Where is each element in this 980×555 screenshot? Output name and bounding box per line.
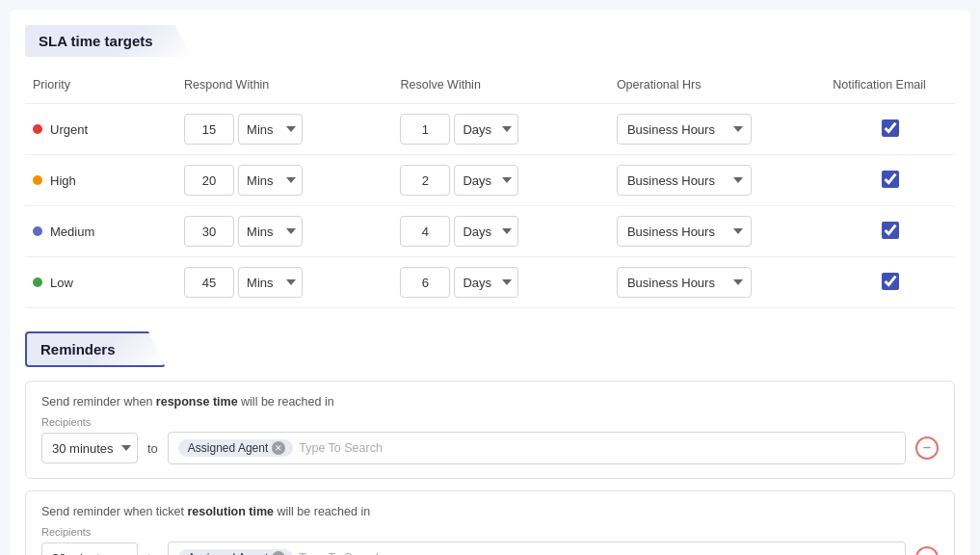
ops-select-high[interactable]: Business Hours Calendar Hours [617, 165, 752, 196]
resolve-value-low[interactable] [400, 267, 450, 298]
notif-cell-low [825, 257, 955, 308]
respond-unit-medium[interactable]: Mins Hours Days [238, 216, 303, 247]
notif-checkbox-high[interactable] [882, 171, 899, 188]
col-respond-header: Respond Within [176, 72, 392, 104]
recipients-label-resolution: Recipients [41, 526, 939, 538]
table-row-low: Low Mins Hours Days Days [25, 257, 955, 308]
respond-cell-urgent: Mins Hours Days [176, 104, 392, 155]
chip-label-response: Assigned Agent [188, 441, 268, 455]
respond-cell-medium: Mins Hours Days [176, 206, 392, 257]
priority-label-low: Low [50, 276, 73, 290]
to-label-response: to [147, 441, 158, 456]
notif-cell-medium [825, 206, 955, 257]
table-row-urgent: Urgent Mins Hours Days Days [25, 104, 955, 155]
priority-label-medium: Medium [50, 225, 94, 239]
respond-unit-urgent[interactable]: Mins Hours Days [238, 114, 303, 145]
recipients-label-response: Recipients [41, 416, 939, 428]
sla-table-body: Urgent Mins Hours Days Days [25, 104, 955, 308]
notif-checkbox-urgent[interactable] [882, 119, 899, 137]
sla-section-title: SLA time targets [25, 25, 192, 57]
respond-unit-low[interactable]: Mins Hours Days [238, 267, 303, 298]
sla-section-header: SLA time targets [25, 25, 955, 57]
resolve-cell-urgent: Days Hours Mins [392, 104, 608, 155]
col-resolve-header: Resolve Within [392, 72, 608, 104]
time-select-response[interactable]: 30 minutes 15 minutes 1 hour 2 hours [41, 433, 138, 463]
chip-close-response[interactable]: ✕ [272, 441, 285, 455]
respond-value-low[interactable] [184, 267, 234, 298]
priority-dot-low [33, 278, 42, 287]
resolve-value-urgent[interactable] [400, 114, 450, 145]
ops-select-urgent[interactable]: Business Hours Calendar Hours [617, 114, 752, 145]
resolve-cell-low: Days Hours Mins [392, 257, 608, 308]
resolve-unit-medium[interactable]: Days Hours Mins [454, 216, 518, 247]
notif-cell-urgent [825, 104, 955, 155]
reminder-card-resolution: Send reminder when ticket resolution tim… [25, 490, 955, 555]
ops-select-medium[interactable]: Business Hours Calendar Hours [617, 216, 752, 247]
table-row-high: High Mins Hours Days Days [25, 155, 955, 206]
resolve-unit-low[interactable]: Days Hours Mins [454, 267, 518, 298]
respond-value-medium[interactable] [184, 216, 234, 247]
respond-cell-high: Mins Hours Days [176, 155, 392, 206]
respond-value-high[interactable] [184, 165, 234, 196]
remove-reminder-response[interactable]: − [915, 436, 939, 460]
table-row-medium: Medium Mins Hours Days Days [25, 206, 955, 257]
priority-cell-high: High [25, 155, 176, 206]
resolve-cell-medium: Days Hours Mins [392, 206, 608, 257]
reminder-desc-resolution: Send reminder when ticket resolution tim… [41, 505, 939, 518]
ops-cell-medium: Business Hours Calendar Hours [609, 206, 825, 257]
ops-select-low[interactable]: Business Hours Calendar Hours [617, 267, 752, 298]
resolve-unit-high[interactable]: Days Hours Mins [454, 165, 518, 196]
reminders-container: Send reminder when response time will be… [25, 381, 955, 555]
remove-reminder-resolution[interactable]: − [915, 546, 939, 555]
table-header-row: Priority Respond Within Resolve Within O… [25, 72, 955, 104]
priority-dot-urgent [33, 124, 42, 134]
resolve-value-high[interactable] [400, 165, 450, 196]
reminders-section-header: Reminders [25, 331, 955, 367]
respond-cell-low: Mins Hours Days [176, 257, 392, 308]
time-select-resolution[interactable]: 30 minutes 15 minutes 1 hour 2 hours [41, 542, 138, 555]
page-container: SLA time targets Priority Respond Within… [10, 10, 970, 555]
priority-cell-medium: Medium [25, 206, 176, 257]
ops-cell-low: Business Hours Calendar Hours [609, 257, 825, 308]
sla-table: Priority Respond Within Resolve Within O… [25, 72, 955, 308]
resolve-unit-urgent[interactable]: Days Hours Mins [454, 114, 518, 145]
col-priority-header: Priority [25, 72, 176, 104]
respond-unit-high[interactable]: Mins Hours Days [238, 165, 303, 196]
ops-cell-high: Business Hours Calendar Hours [609, 155, 825, 206]
recipients-field-resolution[interactable]: Assigned Agent ✕ Type To Search [168, 542, 906, 555]
priority-dot-medium [33, 226, 42, 236]
assigned-agent-chip-response: Assigned Agent ✕ [178, 439, 293, 457]
col-notif-header: Notification Email [825, 72, 955, 104]
col-ops-header: Operational Hrs [609, 72, 825, 104]
recipients-field-response[interactable]: Assigned Agent ✕ Type To Search [168, 432, 906, 464]
priority-dot-high [33, 175, 42, 185]
to-label-resolution: to [147, 551, 158, 556]
resolve-value-medium[interactable] [400, 216, 450, 247]
ops-cell-urgent: Business Hours Calendar Hours [609, 104, 825, 155]
reminder-card-response: Send reminder when response time will be… [25, 381, 955, 479]
priority-label-high: High [50, 173, 76, 188]
reminder-row-resolution: 30 minutes 15 minutes 1 hour 2 hours to … [41, 542, 939, 555]
search-placeholder-resolution: Type To Search [299, 551, 383, 555]
reminder-row-response: 30 minutes 15 minutes 1 hour 2 hours to … [41, 432, 939, 464]
chip-close-resolution[interactable]: ✕ [272, 551, 285, 555]
priority-label-urgent: Urgent [50, 122, 88, 137]
notif-checkbox-low[interactable] [882, 273, 899, 290]
reminders-section-title: Reminders [25, 331, 166, 367]
priority-cell-low: Low [25, 257, 176, 308]
resolve-cell-high: Days Hours Mins [392, 155, 608, 206]
reminder-desc-response: Send reminder when response time will be… [41, 395, 939, 409]
chip-label-resolution: Assigned Agent [188, 551, 268, 555]
respond-value-urgent[interactable] [184, 114, 234, 145]
assigned-agent-chip-resolution: Assigned Agent ✕ [178, 549, 293, 555]
priority-cell-urgent: Urgent [25, 104, 176, 155]
search-placeholder-response: Type To Search [299, 441, 383, 455]
notif-checkbox-medium[interactable] [882, 222, 899, 239]
notif-cell-high [825, 155, 955, 206]
